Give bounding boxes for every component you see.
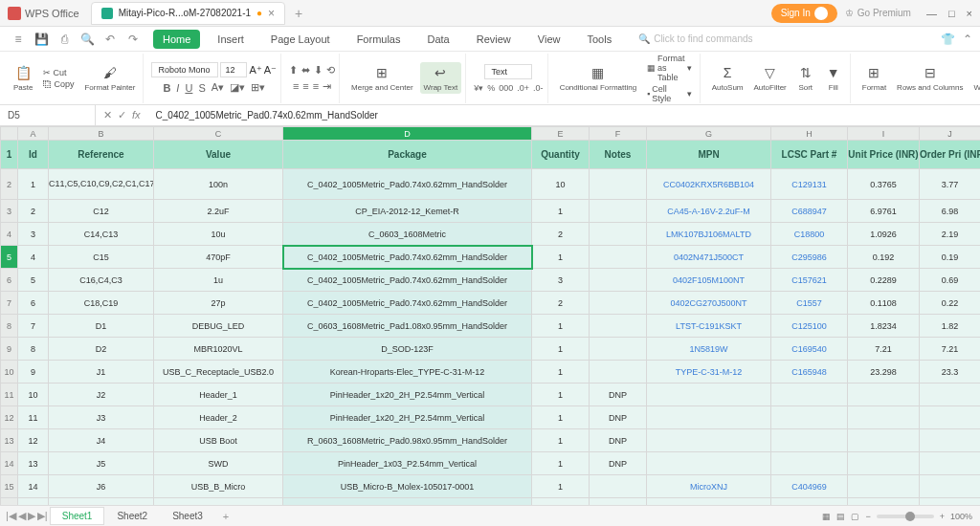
column-header[interactable]: Reference (49, 141, 154, 169)
cell[interactable] (590, 200, 647, 223)
cell[interactable]: 0.192 (848, 246, 920, 269)
cell[interactable]: USB_Micro-B_Molex-105017-0001 (283, 475, 532, 498)
cell[interactable]: 1.8234 (848, 315, 920, 338)
cell[interactable]: 23.298 (848, 361, 920, 384)
cell[interactable]: PinHeader_1x20_2H_P2.54mm_Vertical (283, 406, 532, 429)
app-menu-button[interactable]: ≡ (8, 29, 29, 50)
close-window-button[interactable]: × (967, 8, 972, 19)
column-header[interactable]: Notes (590, 141, 647, 169)
align-bot-button[interactable]: ⬇ (314, 64, 323, 77)
cell[interactable]: 7.21 (848, 338, 920, 361)
cell[interactable]: 0.1108 (848, 292, 920, 315)
sheet-first-button[interactable]: |◀ (6, 510, 16, 522)
cell[interactable]: 27p (154, 292, 283, 315)
cell[interactable]: J6 (49, 475, 154, 498)
cell[interactable]: MicroXNJ (647, 475, 771, 498)
border-button[interactable]: ⊞▾ (251, 81, 265, 94)
cell[interactable]: 10u (154, 223, 283, 246)
percent-button[interactable]: % (487, 83, 495, 93)
premium-button[interactable]: ♔ Go Premium (845, 8, 911, 18)
underline-button[interactable]: U (185, 82, 192, 94)
cell[interactable]: C1557 (771, 292, 848, 315)
cell[interactable] (647, 406, 771, 429)
cell[interactable]: 1 (532, 246, 590, 269)
cell[interactable]: 1N5819W (647, 338, 771, 361)
minimize-button[interactable]: — (926, 8, 937, 19)
cell[interactable]: 9 (18, 361, 49, 384)
cell[interactable] (848, 384, 920, 406)
cell[interactable]: D_SOD-123F (283, 338, 532, 361)
cell[interactable]: C_0402_1005Metric_Pad0.74x0.62mm_HandSol… (283, 169, 532, 200)
cell[interactable]: 7 (18, 315, 49, 338)
column-header[interactable]: Order Pri (INR) (920, 141, 981, 169)
spreadsheet-grid[interactable]: ABCDEFGHIJ 1IdReferenceValuePackageQuant… (0, 126, 980, 526)
cell[interactable]: 0402F105M100NT (647, 269, 771, 292)
cell[interactable]: 0.69 (920, 269, 981, 292)
cell[interactable]: 2 (18, 200, 49, 223)
row-number[interactable]: 15 (1, 475, 18, 498)
column-header[interactable]: Value (154, 141, 283, 169)
sheet-next-button[interactable]: ▶ (28, 510, 35, 522)
cell[interactable]: 1 (532, 475, 590, 498)
dec-inc-button[interactable]: .0+ (517, 83, 529, 93)
cell[interactable] (920, 384, 981, 406)
zoom-out-button[interactable]: − (865, 512, 870, 521)
cell[interactable] (920, 429, 981, 452)
cell[interactable]: C11,C5,C10,C9,C2,C1,C17,C8,C7,C6 (49, 169, 154, 200)
cell[interactable]: 10 (18, 384, 49, 406)
cell[interactable]: C15 (49, 246, 154, 269)
command-search[interactable]: 🔍 Click to find commands (638, 33, 752, 44)
align-mid-button[interactable]: ⬌ (301, 64, 310, 77)
column-letter[interactable]: D (283, 127, 532, 141)
cell[interactable]: CC0402KRX5R6BB104 (647, 169, 771, 200)
orient-button[interactable]: ⟲ (326, 64, 335, 77)
cell[interactable]: 1.82 (920, 315, 981, 338)
cell[interactable]: 3 (532, 269, 590, 292)
cell-style-button[interactable]: ▪Cell Style▾ (643, 83, 696, 104)
cell[interactable]: 1 (532, 361, 590, 384)
cell[interactable] (590, 269, 647, 292)
cell[interactable]: 7.21 (920, 338, 981, 361)
align-left-button[interactable]: ≡ (293, 80, 299, 92)
cell[interactable]: C14,C13 (49, 223, 154, 246)
print-button[interactable]: ⎙ (54, 29, 75, 50)
cell[interactable]: 1 (532, 315, 590, 338)
sheet-tab[interactable]: Sheet1 (50, 507, 105, 525)
cell[interactable]: 0.22 (920, 292, 981, 315)
increase-font-button[interactable]: A⁺ (249, 64, 261, 77)
cell[interactable]: C_0402_1005Metric_Pad0.74x0.62mm_HandSol… (283, 269, 532, 292)
cell[interactable]: 2.2uF (154, 200, 283, 223)
row-number[interactable]: 11 (1, 384, 18, 406)
wrap-button[interactable]: ↩Wrap Text (420, 62, 462, 94)
column-letter[interactable]: H (771, 127, 848, 141)
cell[interactable]: DNP (590, 429, 647, 452)
cell[interactable]: 3 (18, 223, 49, 246)
cell[interactable]: 1 (532, 406, 590, 429)
cell[interactable]: C688947 (771, 200, 848, 223)
cell[interactable]: C_0402_1005Metric_Pad0.74x0.62mm_HandSol… (283, 292, 532, 315)
cell[interactable]: 0402CG270J500NT (647, 292, 771, 315)
cell[interactable]: 470pF (154, 246, 283, 269)
cell[interactable]: 1 (18, 169, 49, 200)
fill-button[interactable]: ▼Fill (821, 62, 846, 94)
cell[interactable] (590, 338, 647, 361)
cell[interactable] (920, 406, 981, 429)
sort-button[interactable]: ⇅Sort (793, 62, 818, 94)
cell[interactable]: Header_1 (154, 384, 283, 406)
column-header[interactable]: 1 (1, 141, 18, 169)
formula-input[interactable]: C_0402_1005Metric_Pad0.74x0.62mm_HandSol… (148, 110, 980, 121)
sheet-tab[interactable]: Sheet2 (104, 507, 160, 525)
cell[interactable]: J5 (49, 452, 154, 475)
row-number[interactable]: 4 (1, 223, 18, 246)
italic-button[interactable]: I (176, 82, 179, 94)
cell[interactable]: USB_B_Micro (154, 475, 283, 498)
row-number[interactable]: 7 (1, 292, 18, 315)
row-number[interactable]: 5 (1, 246, 18, 269)
cell[interactable]: 1 (532, 452, 590, 475)
cell[interactable]: 2 (532, 223, 590, 246)
cell[interactable]: C404969 (771, 475, 848, 498)
save-button[interactable]: 💾 (31, 29, 52, 50)
cell[interactable]: USB Boot (154, 429, 283, 452)
cell[interactable] (590, 169, 647, 200)
cell[interactable]: 10 (532, 169, 590, 200)
